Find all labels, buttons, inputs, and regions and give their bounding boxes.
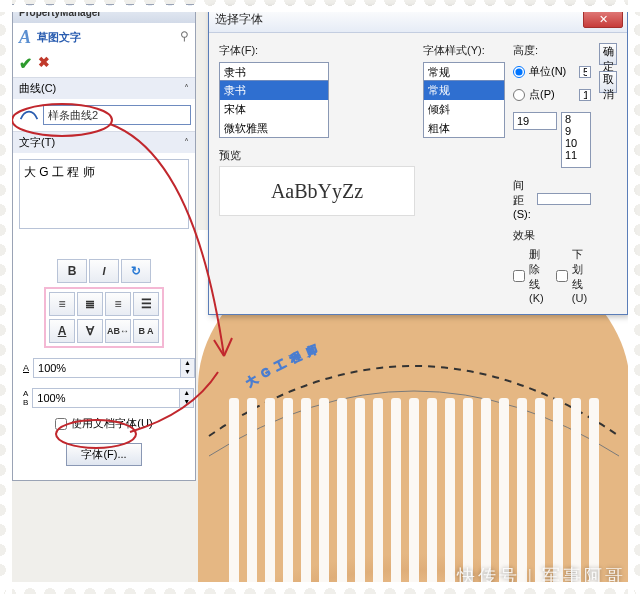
font-listbox[interactable]: 隶书 隶书 宋体 微软雅黑 (219, 62, 329, 138)
align-left-button[interactable]: ≡ (49, 292, 75, 316)
spacing-label: 间距(S): (513, 178, 533, 220)
up-icon[interactable]: ▲ (180, 359, 194, 368)
unit-radio[interactable] (513, 66, 525, 78)
font-selected[interactable]: 隶书 (220, 63, 328, 81)
curve-section: 曲线(C) ˄ (13, 77, 195, 131)
spacing-spinner[interactable]: ▲▼ (32, 388, 194, 408)
sketch-text-icon: A (19, 27, 31, 48)
property-manager-panel: PropertyManager A 草图文字 ⚲ ✔ ✖ 曲线(C) ˄ 文字(… (12, 4, 196, 481)
size-spinner[interactable] (513, 112, 557, 130)
align-justify-button[interactable]: ☰ (133, 292, 159, 316)
dialog-title: 选择字体 (215, 11, 263, 28)
align-center-button[interactable]: ≣ (77, 292, 103, 316)
point-radio[interactable] (513, 89, 525, 101)
list-item[interactable]: 粗体 (424, 119, 504, 138)
list-item[interactable]: 8 (562, 113, 590, 125)
preview-group: 预览 AaBbYyZz (219, 148, 415, 216)
strike-checkbox[interactable]: 删除线(K) (513, 247, 548, 304)
italic-button[interactable]: I (89, 259, 119, 283)
cancel-button[interactable]: ✖ (38, 54, 50, 73)
spacing-icon: A B (23, 390, 28, 406)
preview-box: AaBbYyZz (219, 166, 415, 216)
list-item[interactable]: 倾斜 (424, 100, 504, 119)
list-item[interactable]: 9 (562, 125, 590, 137)
unit-label: 单位(N) (529, 64, 566, 79)
use-doc-font-input[interactable] (55, 418, 67, 430)
tracking-button[interactable]: B A (133, 319, 159, 343)
spacing-value[interactable] (537, 193, 591, 205)
down-icon[interactable]: ▼ (180, 368, 194, 377)
text-input[interactable]: 大 G 工 程 师 (19, 159, 189, 229)
point-input[interactable] (579, 89, 591, 101)
size-list[interactable]: 8 9 10 11 (561, 112, 591, 168)
chevron-up-icon: ˄ (184, 137, 189, 148)
kerning-button[interactable]: AB↔ (105, 319, 131, 343)
dialog-buttons: 确定 取消 (599, 43, 617, 304)
style-selected[interactable]: 常规 (424, 63, 504, 81)
ok-button[interactable]: 确定 (599, 43, 617, 65)
font-button[interactable]: 字体(F)... (66, 443, 141, 466)
list-item[interactable]: 常规 (424, 81, 504, 100)
flip-h-button[interactable]: ∀ (77, 319, 103, 343)
font-column: 字体(F): 隶书 隶书 宋体 微软雅黑 预览 AaBbYyZz (219, 43, 415, 304)
ok-button[interactable]: ✔ (19, 54, 32, 73)
alignment-group: ≡ ≣ ≡ ☰ A ∀ AB↔ B A (44, 287, 164, 348)
confirm-row: ✔ ✖ (13, 52, 195, 77)
effect-group: 效果 删除线(K) 下划线(U) (513, 228, 591, 304)
bold-button[interactable]: B (57, 259, 87, 283)
use-doc-font-checkbox[interactable]: 使用文档字体(U) (51, 412, 156, 435)
text-label: 文字(T) (19, 135, 55, 150)
flip-v-button[interactable]: A (49, 319, 75, 343)
width-icon: A (23, 360, 29, 376)
style-listbox[interactable]: 常规 常规 倾斜 粗体 粗体 倾斜 (423, 62, 505, 138)
chevron-up-icon: ˄ (184, 83, 189, 94)
text-toolbar: B I ↻ ≡ ≣ ≡ ☰ A ∀ AB↔ B A (19, 259, 189, 474)
list-item[interactable]: 宋体 (220, 100, 328, 119)
style-label: 字体样式(Y): (423, 43, 505, 58)
font-label: 字体(F): (219, 43, 415, 58)
align-right-button[interactable]: ≡ (105, 292, 131, 316)
pm-titlebar: PropertyManager (13, 5, 195, 23)
style-column: 字体样式(Y): 常规 常规 倾斜 粗体 粗体 倾斜 (423, 43, 505, 304)
dialog-titlebar[interactable]: 选择字体 ✕ (209, 7, 627, 33)
height-column: 高度: 单位(N) 点(P) 8 9 10 11 (513, 43, 591, 304)
width-input[interactable] (34, 360, 180, 376)
font-dialog: 选择字体 ✕ 字体(F): 隶书 隶书 宋体 微软雅黑 预览 AaBbYyZz … (208, 6, 628, 315)
feature-title: 草图文字 (37, 30, 81, 45)
up-icon[interactable]: ▲ (179, 389, 193, 398)
unit-input[interactable] (579, 66, 591, 78)
list-item[interactable]: 微软雅黑 (220, 119, 328, 138)
list-item[interactable]: 11 (562, 149, 590, 161)
text-section: 文字(T) ˄ 大 G 工 程 师 B I ↻ ≡ ≣ ≡ ☰ (13, 131, 195, 480)
preview-label: 预览 (219, 149, 241, 161)
curve-input[interactable] (43, 105, 191, 125)
pm-header: A 草图文字 ⚲ (13, 23, 195, 52)
height-label: 高度: (513, 43, 591, 58)
point-label: 点(P) (529, 87, 555, 102)
size-input[interactable] (514, 113, 556, 129)
rotate-button[interactable]: ↻ (121, 259, 151, 283)
underline-checkbox[interactable]: 下划线(U) (556, 247, 591, 304)
down-icon[interactable]: ▼ (179, 398, 193, 407)
curve-header[interactable]: 曲线(C) ˄ (13, 78, 195, 99)
list-item[interactable]: 10 (562, 137, 590, 149)
pin-icon[interactable]: ⚲ (180, 29, 189, 43)
comb-teeth (218, 398, 610, 584)
curve-label: 曲线(C) (19, 81, 56, 96)
spline-icon (19, 106, 39, 124)
cancel-button[interactable]: 取消 (599, 71, 617, 93)
width-spinner[interactable]: ▲▼ (33, 358, 195, 378)
close-button[interactable]: ✕ (583, 10, 623, 28)
watermark: 快传号 | 军事阿哥 (457, 564, 626, 588)
effect-label: 效果 (513, 229, 535, 241)
spacing-input[interactable] (33, 390, 179, 406)
text-header[interactable]: 文字(T) ˄ (13, 132, 195, 153)
use-doc-font-label: 使用文档字体(U) (71, 416, 152, 431)
list-item[interactable]: 隶书 (220, 81, 328, 100)
